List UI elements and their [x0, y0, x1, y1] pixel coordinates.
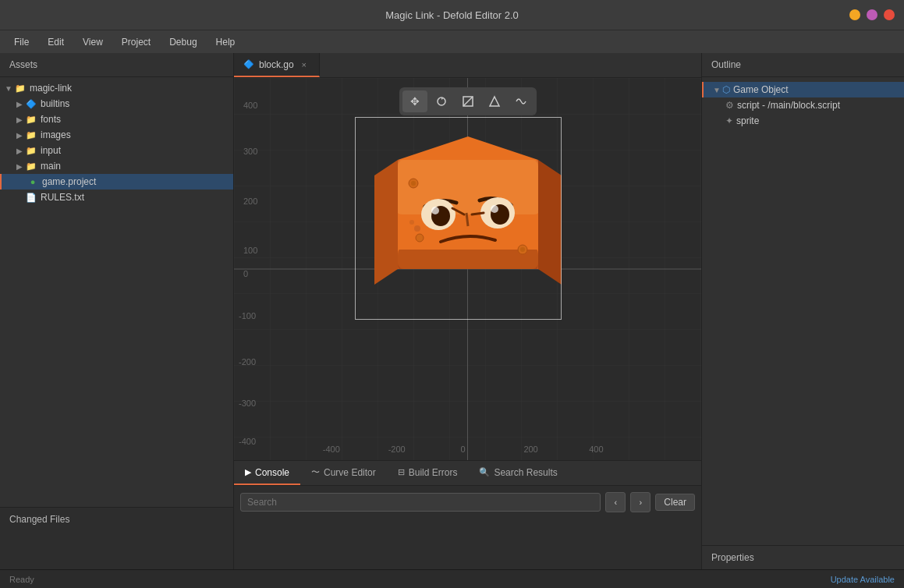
menu-debug[interactable]: Debug	[161, 34, 204, 50]
svg-text:-300: -300	[239, 398, 256, 408]
svg-point-33	[491, 205, 498, 213]
tree-label-builtins: builtins	[41, 98, 69, 109]
status-text: Ready	[9, 575, 34, 584]
tab-bar: 🔷 block.go ×	[234, 53, 701, 78]
console-icon: ▶	[245, 467, 251, 477]
minimize-button[interactable]	[849, 9, 860, 20]
menu-view[interactable]: View	[75, 34, 111, 50]
canvas-area[interactable]: ✥	[234, 78, 701, 460]
search-prev-button[interactable]: ‹	[605, 492, 626, 512]
menu-edit[interactable]: Edit	[40, 34, 72, 50]
outline-arrow-game-object: ▼	[713, 86, 721, 94]
tab-search-label: Search Results	[494, 467, 557, 478]
menu-file[interactable]: File	[6, 34, 37, 50]
tree-item-input[interactable]: ▶ 📁 input	[0, 143, 233, 158]
tree-item-game-project[interactable]: ● game.project	[0, 174, 233, 190]
folder-icon-main: 📁	[25, 160, 37, 172]
folder-icon-fonts: 📁	[25, 113, 37, 126]
svg-rect-26	[398, 160, 538, 214]
pivot-tool-button[interactable]	[482, 90, 507, 112]
tab-console[interactable]: ▶ Console	[234, 461, 300, 485]
chevron-right-icon: ›	[639, 498, 642, 507]
tab-build-label: Build Errors	[409, 467, 458, 478]
search-next-button[interactable]: ›	[630, 492, 651, 512]
tree-arrow-builtins: ▶	[14, 100, 25, 108]
svg-line-2	[463, 97, 473, 106]
svg-text:0: 0	[243, 269, 248, 278]
update-available-link[interactable]: Update Available	[831, 575, 895, 584]
svg-text:-400: -400	[323, 445, 340, 454]
outline-script[interactable]: ⚙ script - /main/block.script	[702, 97, 904, 113]
outline-game-object[interactable]: ▼ ⬡ Game Object	[702, 82, 904, 97]
title-bar: Magic Link - Defold Editor 2.0	[0, 0, 904, 30]
tree-item-rules[interactable]: 📄 RULES.txt	[0, 190, 233, 205]
tab-search-results[interactable]: 🔍 Search Results	[468, 461, 568, 485]
svg-point-37	[520, 247, 525, 252]
svg-rect-27	[398, 250, 538, 269]
maximize-button[interactable]	[867, 9, 877, 20]
app-title: Magic Link - Defold Editor 2.0	[385, 9, 519, 21]
menu-project[interactable]: Project	[114, 34, 158, 50]
folder-icon-magic-link: 📁	[14, 82, 27, 94]
svg-text:400: 400	[243, 101, 257, 110]
game-object-display[interactable]	[367, 113, 569, 316]
properties-header: Properties	[711, 552, 754, 563]
svg-point-40	[409, 220, 414, 225]
close-button[interactable]	[884, 9, 895, 20]
tab-curve-editor[interactable]: 〜 Curve Editor	[300, 461, 387, 485]
outline-sprite[interactable]: ✦ sprite	[702, 113, 904, 129]
tree-label-rules: RULES.txt	[41, 192, 84, 203]
tree-item-main[interactable]: ▶ 📁 main	[0, 158, 233, 174]
tab-console-label: Console	[255, 467, 289, 478]
move-tool-button[interactable]: ✥	[402, 90, 427, 112]
outline-label-sprite: sprite	[736, 115, 759, 126]
changed-files-label: Changed Files	[9, 514, 224, 525]
tab-block-go[interactable]: 🔷 block.go ×	[234, 53, 320, 77]
flip-tool-button[interactable]	[509, 90, 534, 112]
clear-button[interactable]: Clear	[655, 494, 695, 511]
tree-item-builtins[interactable]: ▶ 🔷 builtins	[0, 96, 233, 112]
sidebar: Assets ▼ 📁 magic-link ▶ 🔷 builtins ▶ 📁	[0, 53, 234, 569]
tree-item-fonts[interactable]: ▶ 📁 fonts	[0, 112, 233, 127]
sprite-icon: ✦	[725, 115, 733, 126]
block-sprite	[367, 113, 569, 316]
svg-marker-24	[374, 160, 398, 285]
tree-label-game-project: game.project	[42, 176, 96, 187]
tab-build-errors[interactable]: ⊟ Build Errors	[387, 461, 469, 485]
tab-file-icon: 🔷	[243, 59, 254, 69]
svg-text:400: 400	[589, 445, 603, 454]
search-input[interactable]	[240, 493, 601, 512]
svg-text:200: 200	[243, 197, 257, 206]
assets-header: Assets	[0, 53, 233, 77]
tree-arrow-images: ▶	[14, 131, 25, 140]
folder-icon-images: 📁	[25, 129, 37, 141]
tab-close-button[interactable]: ×	[299, 59, 310, 70]
file-tree: ▼ 📁 magic-link ▶ 🔷 builtins ▶ 📁 fonts	[0, 77, 233, 507]
tree-label-main: main	[41, 161, 61, 172]
svg-point-35	[411, 181, 416, 186]
file-icon-rules: 📄	[25, 191, 37, 204]
changed-files-section: Changed Files	[0, 507, 233, 569]
rotate-tool-button[interactable]	[429, 90, 454, 112]
canvas-toolbar: ✥	[399, 87, 537, 115]
search-tab-icon: 🔍	[479, 467, 490, 477]
search-row: ‹ › Clear	[240, 492, 695, 512]
tree-item-magic-link[interactable]: ▼ 📁 magic-link	[0, 80, 233, 96]
folder-icon-builtins: 🔷	[25, 97, 37, 110]
main-layout: Assets ▼ 📁 magic-link ▶ 🔷 builtins ▶ 📁	[0, 53, 904, 569]
tree-item-images[interactable]: ▶ 📁 images	[0, 127, 233, 143]
center-content: 🔷 block.go × ✥	[234, 53, 701, 569]
project-icon: ●	[27, 175, 39, 188]
tree-label-input: input	[41, 145, 61, 156]
tree-label-magic-link: magic-link	[30, 83, 72, 94]
bottom-panel: ▶ Console 〜 Curve Editor ⊟ Build Errors …	[234, 460, 701, 569]
status-bar: Ready Update Available	[0, 569, 904, 588]
scale-tool-button[interactable]	[456, 90, 480, 112]
menu-bar: File Edit View Project Debug Help	[0, 30, 904, 53]
right-panel: Outline ▼ ⬡ Game Object ⚙ script - /main…	[701, 53, 904, 569]
tab-curve-label: Curve Editor	[324, 467, 376, 478]
menu-help[interactable]: Help	[208, 34, 243, 50]
tree-label-images: images	[41, 129, 71, 140]
svg-marker-23	[538, 160, 562, 285]
svg-point-38	[416, 234, 424, 242]
